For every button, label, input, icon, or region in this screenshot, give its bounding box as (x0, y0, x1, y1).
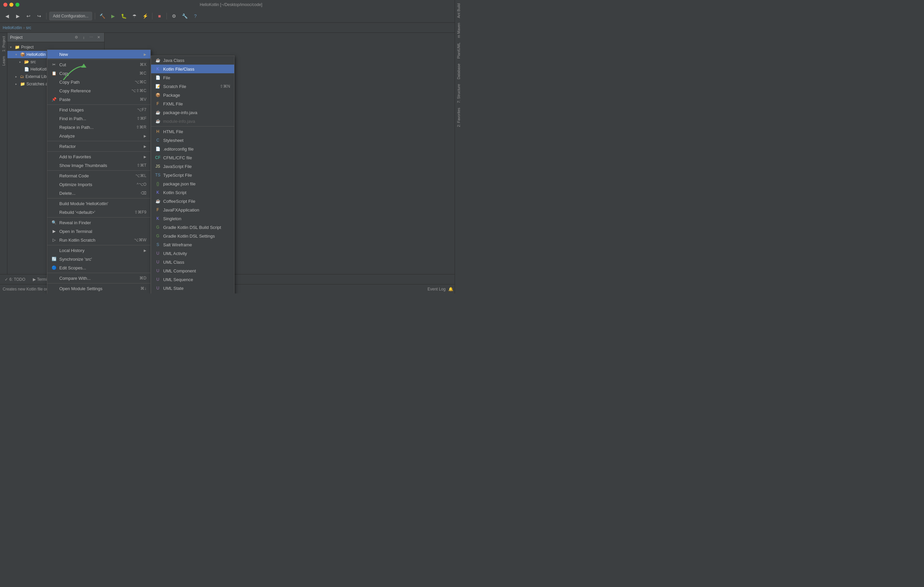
sub-sep1 (151, 126, 234, 127)
structure-tab[interactable]: 7: Structure (456, 82, 461, 105)
forward-button[interactable]: ▶ (13, 12, 22, 20)
submenu-gradle-settings[interactable]: G Gradle Kotlin DSL Settings (151, 232, 234, 240)
event-log-btn[interactable]: Event Log (427, 287, 446, 291)
copy-path-shortcut: ⌥⌘C (135, 80, 147, 84)
tab-label-todo: 6: TODO (9, 277, 25, 282)
menu-item-reveal[interactable]: 🔍 Reveal in Finder (47, 218, 150, 227)
submenu-javafx[interactable]: F JavaFXApplication (151, 206, 234, 214)
submenu-kotlin-script[interactable]: K Kotlin Script (151, 188, 234, 197)
fxml-icon: F (155, 101, 160, 106)
menu-item-copy-ref[interactable]: Copy Reference ⌥⇧⌘C (47, 86, 150, 95)
ant-build-tab[interactable]: Ant Build (456, 1, 461, 20)
menu-item-edit-scopes[interactable]: 🔵 Edit Scopes... (47, 263, 150, 272)
breadcrumb-src[interactable]: src (26, 25, 31, 30)
panel-expand-btn[interactable]: ↕ (81, 35, 87, 41)
add-configuration-button[interactable]: Add Configuration... (49, 12, 92, 20)
terminal-icon: ▶ (51, 229, 57, 233)
submenu-editorconfig[interactable]: 📄 .editorconfig file (151, 145, 234, 153)
learn-tab[interactable]: Learn (1, 54, 7, 67)
submenu-package-json[interactable]: {} package.json file (151, 179, 234, 188)
maximize-button[interactable] (15, 3, 20, 7)
tab-todo[interactable]: ✓ 6: TODO (1, 275, 29, 283)
menu-item-copy[interactable]: 📋 Copy ⌘C (47, 69, 150, 78)
panel-close-btn[interactable]: ✕ (96, 35, 102, 41)
menu-item-delete[interactable]: Delete... ⌫ (47, 189, 150, 197)
submenu-uml-activity[interactable]: U UML Activity (151, 249, 234, 258)
tools-button[interactable]: 🔧 (180, 12, 189, 20)
menu-item-thumbnails[interactable]: Show Image Thumbnails ⇧⌘T (47, 161, 150, 170)
menu-label-sync: Synchronize 'src' (59, 257, 92, 262)
redo-button[interactable]: ↪ (35, 12, 44, 20)
menu-item-build-module[interactable]: Build Module 'HelloKotlin' (47, 199, 150, 208)
build-button[interactable]: 🔨 (98, 12, 107, 20)
menu-item-new[interactable]: New ▶ (47, 50, 150, 59)
submenu-uml-state[interactable]: U UML State (151, 284, 234, 293)
menu-item-sync[interactable]: 🔄 Synchronize 'src' (47, 255, 150, 263)
menu-item-find-path[interactable]: Find in Path... ⇧⌘F (47, 114, 150, 123)
settings-button[interactable]: ⚙ (170, 12, 178, 20)
submenu-uml-usecase[interactable]: U UML Use Case (151, 293, 234, 294)
menu-item-paste[interactable]: 📌 Paste ⌘V (47, 95, 150, 104)
traffic-lights[interactable] (3, 3, 20, 7)
submenu-salt[interactable]: S Salt Wireframe (151, 240, 234, 249)
help-button[interactable]: ? (191, 12, 200, 20)
maven-tab[interactable]: m Maven (456, 21, 461, 40)
html-icon: H (155, 129, 160, 134)
coverage-button[interactable]: ☂ (130, 12, 139, 20)
run-kotlin-shortcut: ⌥⌘W (134, 238, 147, 242)
menu-item-mark-dir[interactable]: Mark Directory as ▶ (47, 293, 150, 294)
panel-gear-btn[interactable]: ⋯ (88, 35, 94, 41)
submenu-typescript[interactable]: TS TypeScript File (151, 171, 234, 179)
plantuml-tab[interactable]: PlantUML (456, 41, 461, 61)
menu-item-terminal[interactable]: ▶ Open in Terminal (47, 227, 150, 235)
debug-button[interactable]: 🐛 (119, 12, 128, 20)
submenu-package[interactable]: 📦 Package (151, 91, 234, 99)
menu-item-replace-path[interactable]: Replace in Path... ⇧⌘R (47, 123, 150, 132)
submenu-gradle-build[interactable]: G Gradle Kotlin DSL Build Script (151, 223, 234, 232)
breadcrumb-home[interactable]: HelloKotlin (3, 25, 22, 30)
menu-item-copy-path[interactable]: Copy Path ⌥⌘C (47, 78, 150, 86)
submenu-uml-class[interactable]: U UML Class (151, 258, 234, 266)
menu-item-analyze[interactable]: Analyze ▶ (47, 132, 150, 140)
database-tab[interactable]: Database (456, 62, 461, 81)
menu-item-find-usages[interactable]: Find Usages ⌥F7 (47, 105, 150, 114)
menu-item-module-settings[interactable]: Open Module Settings ⌘↓ (47, 284, 150, 293)
notifications-btn[interactable]: 🔔 (448, 287, 453, 291)
submenu-html[interactable]: H HTML File (151, 127, 234, 136)
menu-item-cut[interactable]: ✂ Cut ⌘X (47, 60, 150, 69)
panel-settings-btn[interactable]: ⚙ (73, 35, 79, 41)
submenu-java-class[interactable]: ☕ Java Class (151, 56, 234, 64)
submenu-package-info[interactable]: ☕ package-info.java (151, 108, 234, 117)
submenu-cfml[interactable]: CF CFML/CFC file (151, 153, 234, 162)
project-tab[interactable]: 1: Project (1, 34, 7, 54)
submenu-fxml[interactable]: F FXML File (151, 99, 234, 108)
submenu-scratch-file[interactable]: 📝 Scratch File ⇧⌘N (151, 82, 234, 91)
submenu-javascript[interactable]: JS JavaScript File (151, 162, 234, 171)
menu-item-refactor[interactable]: Refactor ▶ (47, 142, 150, 151)
menu-item-optimize[interactable]: Optimize Imports ^⌥O (47, 180, 150, 189)
stop-button[interactable]: ■ (155, 12, 164, 20)
submenu-uml-sequence[interactable]: U UML Sequence (151, 275, 234, 284)
back-button[interactable]: ◀ (3, 12, 12, 20)
favorites-arrow: ▶ (144, 155, 147, 159)
submenu-kotlin-file[interactable]: K Kotlin File/Class (151, 64, 234, 73)
menu-item-add-favorites[interactable]: Add to Favorites ▶ (47, 152, 150, 161)
menu-label-optimize: Optimize Imports (59, 182, 92, 187)
menu-item-run-kotlin[interactable]: ▷ Run Kotlin Scratch ⌥⌘W (47, 235, 150, 244)
submenu-stylesheet[interactable]: C Stylesheet (151, 136, 234, 145)
menu-item-local-history[interactable]: Local History ▶ (47, 246, 150, 255)
favorites-tab[interactable]: 2: Favorites (456, 106, 461, 129)
close-button[interactable] (3, 3, 7, 7)
submenu-uml-component[interactable]: U UML Component (151, 266, 234, 275)
replace-path-shortcut: ⇧⌘R (136, 125, 147, 130)
run-button[interactable]: ▶ (109, 12, 117, 20)
profile-button[interactable]: ⚡ (141, 12, 149, 20)
submenu-singleton[interactable]: K Singleton (151, 214, 234, 223)
menu-item-compare[interactable]: Compare With... ⌘D (47, 274, 150, 283)
undo-button[interactable]: ↩ (24, 12, 33, 20)
menu-item-reformat[interactable]: Reformat Code ⌥⌘L (47, 171, 150, 180)
minimize-button[interactable] (9, 3, 13, 7)
submenu-file[interactable]: 📄 File (151, 73, 234, 82)
submenu-coffeescript[interactable]: ☕ CoffeeScript File (151, 197, 234, 206)
menu-item-rebuild[interactable]: Rebuild '<default>' ⇧⌘F9 (47, 208, 150, 217)
